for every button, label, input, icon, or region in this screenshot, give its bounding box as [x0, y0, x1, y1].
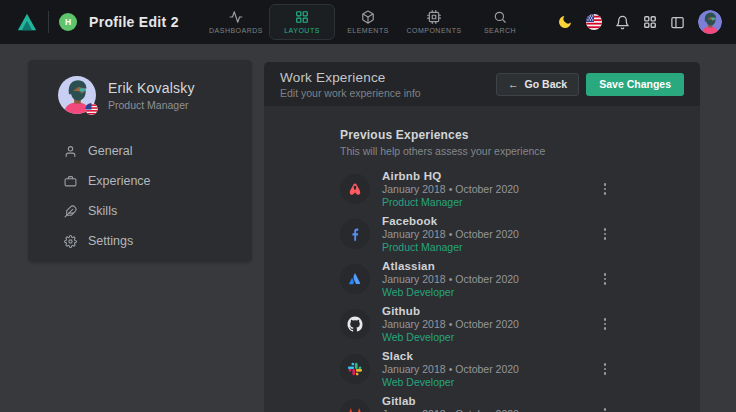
- brand-logo[interactable]: [16, 11, 38, 33]
- save-changes-label: Save Changes: [599, 78, 671, 90]
- panel-body: Previous Experiences This will help othe…: [264, 106, 700, 412]
- experience-options-button[interactable]: [600, 179, 611, 199]
- page-letter-badge: H: [59, 13, 77, 31]
- grid-icon: [295, 10, 309, 24]
- end-date: October 2020: [455, 183, 519, 195]
- app-window: H Profile Edit 2 DASHBOARDS LAYOUTS ELEM…: [0, 0, 736, 412]
- us-flag-icon: [586, 14, 602, 30]
- experience-role: Web Developer: [382, 286, 600, 298]
- date-separator: •: [449, 273, 453, 285]
- navbar-left: H Profile Edit 2: [0, 11, 179, 33]
- apps-grid-icon: [643, 15, 657, 29]
- sidebar-item-skills[interactable]: Skills: [28, 196, 252, 226]
- nav-label: COMPONENTS: [406, 27, 461, 34]
- apps-menu-button[interactable]: [643, 15, 657, 29]
- date-separator: •: [449, 228, 453, 240]
- panel-subtitle: Edit your work experience info: [280, 87, 421, 99]
- us-flag-icon: [85, 103, 98, 115]
- atlassian-logo: [340, 264, 370, 294]
- experience-dates: January 2018•October 2020: [382, 228, 600, 240]
- avatar-illustration: [698, 10, 722, 34]
- experience-options-button[interactable]: [600, 314, 611, 334]
- end-date: October 2020: [455, 273, 519, 285]
- search-icon: [493, 10, 507, 24]
- company-name: Github: [382, 305, 600, 317]
- save-changes-button[interactable]: Save Changes: [586, 73, 684, 96]
- sidebar-item-label: Settings: [88, 234, 133, 248]
- user-icon: [64, 145, 77, 158]
- experience-options-button[interactable]: [600, 269, 611, 289]
- experience-item-slack: Slack January 2018•October 2020 Web Deve…: [340, 350, 610, 388]
- date-separator: •: [449, 363, 453, 375]
- slack-logo: [340, 354, 370, 384]
- work-experience-panel: Work Experience Edit your work experienc…: [264, 62, 700, 412]
- date-separator: •: [449, 318, 453, 330]
- notifications-button[interactable]: [615, 15, 630, 30]
- experience-item-gitlab: Gitlab January 2018•October 2020 Web Dev…: [340, 395, 610, 412]
- company-name: Atlassian: [382, 260, 600, 272]
- nav-label: LAYOUTS: [284, 27, 320, 34]
- language-flag-button[interactable]: [586, 14, 602, 30]
- experience-dates: January 2018•October 2020: [382, 183, 600, 195]
- experience-role: Web Developer: [382, 331, 600, 343]
- end-date: October 2020: [455, 318, 519, 330]
- briefcase-icon: [64, 175, 77, 188]
- start-date: January 2018: [382, 363, 446, 375]
- experience-role: Product Manager: [382, 196, 600, 208]
- sidebar-item-settings[interactable]: Settings: [28, 226, 252, 256]
- profile-summary: Erik Kovalsky Product Manager: [28, 60, 252, 114]
- experience-options-button[interactable]: [600, 224, 611, 244]
- moon-icon: [557, 14, 573, 30]
- panel-title: Work Experience: [280, 70, 421, 85]
- user-avatar[interactable]: [698, 10, 722, 34]
- nav-label: SEARCH: [484, 27, 516, 34]
- experience-dates: January 2018•October 2020: [382, 273, 600, 285]
- experience-item-github: Github January 2018•October 2020 Web Dev…: [340, 305, 610, 343]
- experience-list: Airbnb HQ January 2018•October 2020 Prod…: [340, 170, 610, 412]
- sidebar-toggle-icon: [670, 15, 685, 30]
- profile-menu: General Experience Skills Settings: [28, 136, 252, 256]
- gitlab-logo: [340, 399, 370, 412]
- nationality-flag-badge: [85, 102, 98, 115]
- sidebar-item-general[interactable]: General: [28, 136, 252, 166]
- sidebar-toggle-button[interactable]: [670, 15, 685, 30]
- start-date: January 2018: [382, 228, 446, 240]
- nav-item-search[interactable]: SEARCH: [467, 2, 533, 42]
- nav-item-layouts[interactable]: LAYOUTS: [269, 4, 335, 40]
- experience-options-button[interactable]: [600, 404, 611, 412]
- panel-header-titles: Work Experience Edit your work experienc…: [280, 70, 421, 99]
- page-title: Profile Edit 2: [89, 14, 179, 30]
- theme-toggle-button[interactable]: [557, 14, 573, 30]
- box-icon: [361, 10, 375, 24]
- company-name: Gitlab: [382, 395, 600, 407]
- experience-dates: January 2018•October 2020: [382, 408, 600, 412]
- facebook-logo: [340, 219, 370, 249]
- experience-options-button[interactable]: [600, 359, 611, 379]
- nav-item-elements[interactable]: ELEMENTS: [335, 2, 401, 42]
- company-name: Slack: [382, 350, 600, 362]
- company-name: Facebook: [382, 215, 600, 227]
- experience-item-facebook: Facebook January 2018•October 2020 Produ…: [340, 215, 610, 253]
- panel-actions: ← Go Back Save Changes: [496, 73, 684, 96]
- go-back-button[interactable]: ← Go Back: [496, 73, 579, 96]
- nav-label: ELEMENTS: [347, 27, 389, 34]
- sidebar-item-label: General: [88, 144, 132, 158]
- sidebar-item-label: Experience: [88, 174, 151, 188]
- github-logo: [340, 309, 370, 339]
- nav-item-dashboards[interactable]: DASHBOARDS: [203, 2, 269, 42]
- navbar: H Profile Edit 2 DASHBOARDS LAYOUTS ELEM…: [0, 0, 736, 44]
- go-back-label: Go Back: [525, 78, 568, 90]
- end-date: October 2020: [455, 228, 519, 240]
- experience-dates: January 2018•October 2020: [382, 318, 600, 330]
- feather-icon: [64, 205, 77, 218]
- end-date: October 2020: [455, 408, 519, 412]
- cpu-icon: [427, 10, 441, 24]
- experience-dates: January 2018•October 2020: [382, 363, 600, 375]
- activity-icon: [229, 10, 243, 24]
- sidebar-item-experience[interactable]: Experience: [28, 166, 252, 196]
- date-separator: •: [449, 183, 453, 195]
- nav-item-components[interactable]: COMPONENTS: [401, 2, 467, 42]
- date-separator: •: [449, 408, 453, 412]
- company-name: Airbnb HQ: [382, 170, 600, 182]
- experience-role: Product Manager: [382, 241, 600, 253]
